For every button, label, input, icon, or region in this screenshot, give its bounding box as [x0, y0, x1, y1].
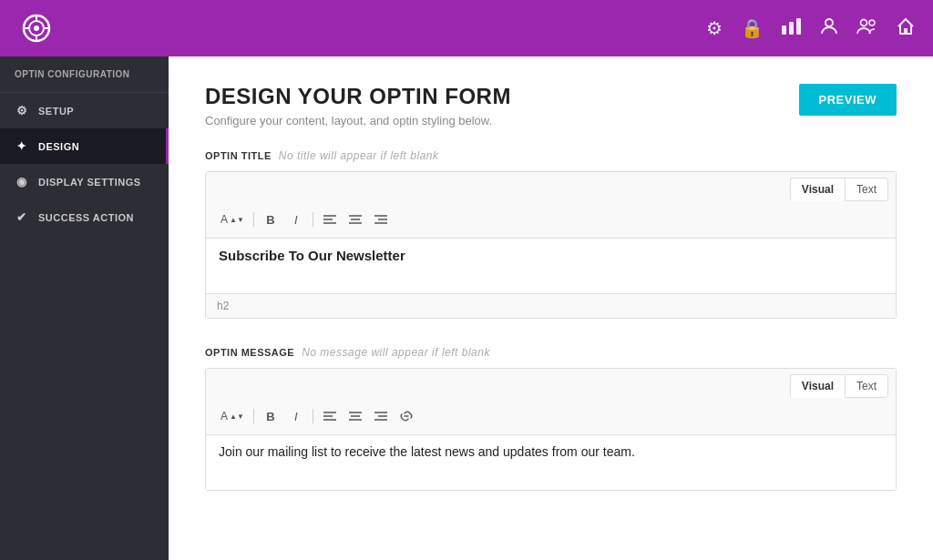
sidebar-item-setup[interactable]: ⚙ SETUP — [0, 93, 169, 128]
display-icon: ◉ — [15, 175, 29, 188]
check-icon: ✔ — [15, 210, 29, 224]
optin-title-tabs: Visual Text — [206, 172, 896, 201]
optin-message-visual-tab[interactable]: Visual — [790, 374, 845, 398]
logo[interactable] — [18, 10, 55, 46]
optin-message-body[interactable]: Join our mailing list to receive the lat… — [206, 435, 896, 490]
sidebar: OPTIN CONFIGURATION ⚙ SETUP ✦ DESIGN ◉ D… — [0, 56, 169, 560]
msg-italic-button[interactable]: I — [285, 405, 307, 427]
font-size-dropdown[interactable]: A ▲▼ — [217, 211, 248, 228]
optin-message-text-tab[interactable]: Text — [845, 374, 888, 398]
page-header: DESIGN YOUR OPTIN FORM Configure your co… — [205, 84, 897, 127]
msg-toolbar-sep-2 — [313, 409, 313, 423]
sidebar-item-design-label: DESIGN — [38, 141, 79, 152]
home-icon[interactable] — [897, 17, 915, 40]
svg-rect-7 — [782, 25, 786, 35]
page-title: DESIGN YOUR OPTIN FORM — [205, 84, 511, 109]
setup-icon: ⚙ — [15, 104, 29, 117]
optin-title-body[interactable]: Subscribe To Our Newsletter — [206, 239, 896, 293]
sidebar-item-setup-label: SETUP — [38, 106, 74, 117]
italic-button[interactable]: I — [285, 209, 307, 230]
msg-toolbar-sep-1 — [253, 409, 254, 423]
optin-title-section: OPTIN TITLE No title will appear if left… — [205, 149, 897, 319]
sidebar-item-design[interactable]: ✦ DESIGN — [0, 128, 169, 164]
svg-rect-9 — [796, 18, 801, 35]
align-center-button[interactable] — [344, 209, 366, 230]
svg-point-12 — [869, 20, 875, 25]
top-nav: ⚙ 🔒 — [0, 0, 933, 56]
optin-title-label: OPTIN TITLE No title will appear if left… — [205, 149, 897, 162]
layout: OPTIN CONFIGURATION ⚙ SETUP ✦ DESIGN ◉ D… — [0, 56, 933, 560]
optin-title-editor: Visual Text A ▲▼ B I — [205, 171, 897, 319]
toolbar-sep-1 — [253, 212, 254, 227]
optin-title-text-tab[interactable]: Text — [845, 178, 888, 201]
msg-align-right-button[interactable] — [370, 405, 392, 427]
title-block: DESIGN YOUR OPTIN FORM Configure your co… — [205, 84, 511, 127]
optin-title-visual-tab[interactable]: Visual — [790, 178, 845, 201]
optin-message-label: OPTIN MESSAGE No message will appear if … — [205, 346, 897, 359]
svg-point-11 — [861, 19, 867, 25]
preview-button[interactable]: PREVIEW — [799, 84, 897, 116]
svg-point-10 — [825, 19, 833, 26]
bold-button[interactable]: B — [260, 209, 282, 230]
optin-message-section: OPTIN MESSAGE No message will appear if … — [205, 346, 897, 491]
toolbar-sep-2 — [313, 212, 313, 227]
main-content: DESIGN YOUR OPTIN FORM Configure your co… — [169, 56, 933, 560]
msg-bold-button[interactable]: B — [260, 405, 282, 427]
user-icon[interactable] — [820, 17, 838, 40]
svg-rect-8 — [789, 22, 794, 35]
svg-point-2 — [34, 25, 39, 31]
align-left-button[interactable] — [319, 209, 341, 230]
optin-title-toolbar: A ▲▼ B I — [206, 201, 896, 239]
link-button[interactable] — [395, 405, 417, 427]
lock-icon[interactable]: 🔒 — [741, 17, 764, 39]
sidebar-item-display-label: DISPLAY SETTINGS — [38, 177, 141, 188]
sidebar-item-display-settings[interactable]: ◉ DISPLAY SETTINGS — [0, 164, 169, 199]
msg-font-size-dropdown[interactable]: A ▲▼ — [217, 408, 248, 424]
users-icon[interactable] — [856, 18, 878, 39]
sidebar-header: OPTIN CONFIGURATION — [0, 56, 169, 93]
msg-align-center-button[interactable] — [344, 405, 366, 427]
optin-title-format: h2 — [206, 293, 896, 318]
sidebar-item-success-label: SUCCESS ACTION — [38, 212, 134, 223]
page-subtitle: Configure your content, layout, and opti… — [205, 114, 511, 127]
top-nav-icons: ⚙ 🔒 — [706, 17, 915, 40]
gear-icon[interactable]: ⚙ — [706, 17, 723, 39]
msg-align-left-button[interactable] — [319, 405, 341, 427]
optin-message-toolbar: A ▲▼ B I — [206, 398, 896, 435]
optin-message-editor: Visual Text A ▲▼ B I — [205, 368, 897, 491]
optin-message-tabs: Visual Text — [206, 369, 896, 398]
align-right-button[interactable] — [370, 209, 392, 230]
chart-icon[interactable] — [782, 18, 802, 39]
design-icon: ✦ — [15, 139, 29, 153]
sidebar-item-success-action[interactable]: ✔ SUCCESS ACTION — [0, 199, 169, 235]
